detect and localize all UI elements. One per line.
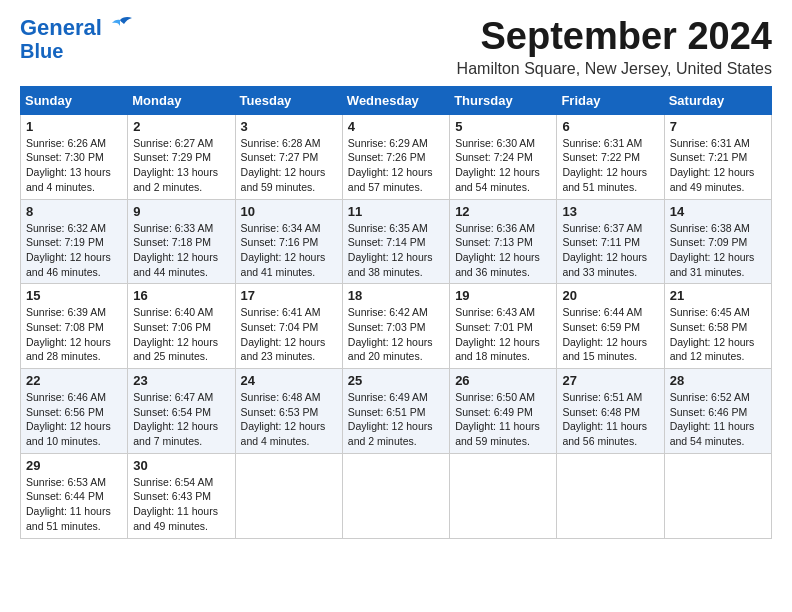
calendar-week-row: 8Sunrise: 6:32 AM Sunset: 7:19 PM Daylig… bbox=[21, 199, 772, 284]
calendar-cell: 17Sunrise: 6:41 AM Sunset: 7:04 PM Dayli… bbox=[235, 284, 342, 369]
cell-text: Sunrise: 6:28 AM Sunset: 7:27 PM Dayligh… bbox=[241, 136, 337, 195]
cell-text: Sunrise: 6:53 AM Sunset: 6:44 PM Dayligh… bbox=[26, 475, 122, 534]
calendar-cell: 8Sunrise: 6:32 AM Sunset: 7:19 PM Daylig… bbox=[21, 199, 128, 284]
calendar-cell bbox=[557, 453, 664, 538]
day-number: 25 bbox=[348, 373, 444, 388]
day-number: 27 bbox=[562, 373, 658, 388]
calendar-cell: 24Sunrise: 6:48 AM Sunset: 6:53 PM Dayli… bbox=[235, 369, 342, 454]
cell-text: Sunrise: 6:46 AM Sunset: 6:56 PM Dayligh… bbox=[26, 390, 122, 449]
calendar-cell bbox=[450, 453, 557, 538]
weekday-header-cell: Tuesday bbox=[235, 86, 342, 114]
day-number: 1 bbox=[26, 119, 122, 134]
cell-text: Sunrise: 6:32 AM Sunset: 7:19 PM Dayligh… bbox=[26, 221, 122, 280]
day-number: 13 bbox=[562, 204, 658, 219]
month-title: September 2024 bbox=[457, 16, 772, 58]
cell-text: Sunrise: 6:52 AM Sunset: 6:46 PM Dayligh… bbox=[670, 390, 766, 449]
day-number: 10 bbox=[241, 204, 337, 219]
cell-text: Sunrise: 6:43 AM Sunset: 7:01 PM Dayligh… bbox=[455, 305, 551, 364]
day-number: 26 bbox=[455, 373, 551, 388]
cell-text: Sunrise: 6:45 AM Sunset: 6:58 PM Dayligh… bbox=[670, 305, 766, 364]
calendar-cell: 23Sunrise: 6:47 AM Sunset: 6:54 PM Dayli… bbox=[128, 369, 235, 454]
cell-text: Sunrise: 6:36 AM Sunset: 7:13 PM Dayligh… bbox=[455, 221, 551, 280]
day-number: 6 bbox=[562, 119, 658, 134]
calendar-cell: 3Sunrise: 6:28 AM Sunset: 7:27 PM Daylig… bbox=[235, 114, 342, 199]
calendar-cell: 6Sunrise: 6:31 AM Sunset: 7:22 PM Daylig… bbox=[557, 114, 664, 199]
day-number: 22 bbox=[26, 373, 122, 388]
day-number: 16 bbox=[133, 288, 229, 303]
calendar-week-row: 22Sunrise: 6:46 AM Sunset: 6:56 PM Dayli… bbox=[21, 369, 772, 454]
cell-text: Sunrise: 6:31 AM Sunset: 7:22 PM Dayligh… bbox=[562, 136, 658, 195]
logo-text: General bbox=[20, 16, 102, 40]
calendar-week-row: 29Sunrise: 6:53 AM Sunset: 6:44 PM Dayli… bbox=[21, 453, 772, 538]
cell-text: Sunrise: 6:47 AM Sunset: 6:54 PM Dayligh… bbox=[133, 390, 229, 449]
calendar-cell bbox=[235, 453, 342, 538]
header: General Blue September 2024 Hamilton Squ… bbox=[20, 16, 772, 78]
cell-text: Sunrise: 6:35 AM Sunset: 7:14 PM Dayligh… bbox=[348, 221, 444, 280]
weekday-header-cell: Friday bbox=[557, 86, 664, 114]
logo-blue-text: Blue bbox=[20, 40, 63, 62]
calendar-cell: 18Sunrise: 6:42 AM Sunset: 7:03 PM Dayli… bbox=[342, 284, 449, 369]
calendar-cell: 9Sunrise: 6:33 AM Sunset: 7:18 PM Daylig… bbox=[128, 199, 235, 284]
cell-text: Sunrise: 6:51 AM Sunset: 6:48 PM Dayligh… bbox=[562, 390, 658, 449]
calendar-cell: 22Sunrise: 6:46 AM Sunset: 6:56 PM Dayli… bbox=[21, 369, 128, 454]
day-number: 19 bbox=[455, 288, 551, 303]
cell-text: Sunrise: 6:44 AM Sunset: 6:59 PM Dayligh… bbox=[562, 305, 658, 364]
calendar-cell: 28Sunrise: 6:52 AM Sunset: 6:46 PM Dayli… bbox=[664, 369, 771, 454]
cell-text: Sunrise: 6:48 AM Sunset: 6:53 PM Dayligh… bbox=[241, 390, 337, 449]
calendar-cell bbox=[342, 453, 449, 538]
cell-text: Sunrise: 6:34 AM Sunset: 7:16 PM Dayligh… bbox=[241, 221, 337, 280]
calendar-cell: 16Sunrise: 6:40 AM Sunset: 7:06 PM Dayli… bbox=[128, 284, 235, 369]
cell-text: Sunrise: 6:54 AM Sunset: 6:43 PM Dayligh… bbox=[133, 475, 229, 534]
cell-text: Sunrise: 6:42 AM Sunset: 7:03 PM Dayligh… bbox=[348, 305, 444, 364]
cell-text: Sunrise: 6:29 AM Sunset: 7:26 PM Dayligh… bbox=[348, 136, 444, 195]
day-number: 29 bbox=[26, 458, 122, 473]
calendar-cell: 27Sunrise: 6:51 AM Sunset: 6:48 PM Dayli… bbox=[557, 369, 664, 454]
cell-text: Sunrise: 6:27 AM Sunset: 7:29 PM Dayligh… bbox=[133, 136, 229, 195]
cell-text: Sunrise: 6:41 AM Sunset: 7:04 PM Dayligh… bbox=[241, 305, 337, 364]
title-block: September 2024 Hamilton Square, New Jers… bbox=[457, 16, 772, 78]
day-number: 23 bbox=[133, 373, 229, 388]
cell-text: Sunrise: 6:38 AM Sunset: 7:09 PM Dayligh… bbox=[670, 221, 766, 280]
day-number: 24 bbox=[241, 373, 337, 388]
calendar-cell: 1Sunrise: 6:26 AM Sunset: 7:30 PM Daylig… bbox=[21, 114, 128, 199]
day-number: 2 bbox=[133, 119, 229, 134]
day-number: 17 bbox=[241, 288, 337, 303]
day-number: 5 bbox=[455, 119, 551, 134]
day-number: 21 bbox=[670, 288, 766, 303]
day-number: 11 bbox=[348, 204, 444, 219]
weekday-header-cell: Thursday bbox=[450, 86, 557, 114]
cell-text: Sunrise: 6:49 AM Sunset: 6:51 PM Dayligh… bbox=[348, 390, 444, 449]
calendar-cell: 4Sunrise: 6:29 AM Sunset: 7:26 PM Daylig… bbox=[342, 114, 449, 199]
day-number: 7 bbox=[670, 119, 766, 134]
cell-text: Sunrise: 6:50 AM Sunset: 6:49 PM Dayligh… bbox=[455, 390, 551, 449]
day-number: 14 bbox=[670, 204, 766, 219]
calendar-table: SundayMondayTuesdayWednesdayThursdayFrid… bbox=[20, 86, 772, 539]
calendar-cell: 7Sunrise: 6:31 AM Sunset: 7:21 PM Daylig… bbox=[664, 114, 771, 199]
day-number: 4 bbox=[348, 119, 444, 134]
day-number: 18 bbox=[348, 288, 444, 303]
day-number: 20 bbox=[562, 288, 658, 303]
logo: General Blue bbox=[20, 16, 134, 62]
weekday-header-cell: Sunday bbox=[21, 86, 128, 114]
calendar-cell: 21Sunrise: 6:45 AM Sunset: 6:58 PM Dayli… bbox=[664, 284, 771, 369]
weekday-header-cell: Monday bbox=[128, 86, 235, 114]
cell-text: Sunrise: 6:40 AM Sunset: 7:06 PM Dayligh… bbox=[133, 305, 229, 364]
calendar-cell: 2Sunrise: 6:27 AM Sunset: 7:29 PM Daylig… bbox=[128, 114, 235, 199]
calendar-cell: 25Sunrise: 6:49 AM Sunset: 6:51 PM Dayli… bbox=[342, 369, 449, 454]
calendar-cell: 5Sunrise: 6:30 AM Sunset: 7:24 PM Daylig… bbox=[450, 114, 557, 199]
cell-text: Sunrise: 6:33 AM Sunset: 7:18 PM Dayligh… bbox=[133, 221, 229, 280]
calendar-cell: 20Sunrise: 6:44 AM Sunset: 6:59 PM Dayli… bbox=[557, 284, 664, 369]
day-number: 8 bbox=[26, 204, 122, 219]
page: General Blue September 2024 Hamilton Squ… bbox=[0, 0, 792, 555]
bird-icon bbox=[106, 16, 134, 38]
calendar-cell: 26Sunrise: 6:50 AM Sunset: 6:49 PM Dayli… bbox=[450, 369, 557, 454]
calendar-week-row: 15Sunrise: 6:39 AM Sunset: 7:08 PM Dayli… bbox=[21, 284, 772, 369]
calendar-cell: 29Sunrise: 6:53 AM Sunset: 6:44 PM Dayli… bbox=[21, 453, 128, 538]
cell-text: Sunrise: 6:31 AM Sunset: 7:21 PM Dayligh… bbox=[670, 136, 766, 195]
location-title: Hamilton Square, New Jersey, United Stat… bbox=[457, 60, 772, 78]
day-number: 15 bbox=[26, 288, 122, 303]
calendar-cell: 30Sunrise: 6:54 AM Sunset: 6:43 PM Dayli… bbox=[128, 453, 235, 538]
day-number: 9 bbox=[133, 204, 229, 219]
calendar-cell bbox=[664, 453, 771, 538]
calendar-body: 1Sunrise: 6:26 AM Sunset: 7:30 PM Daylig… bbox=[21, 114, 772, 538]
